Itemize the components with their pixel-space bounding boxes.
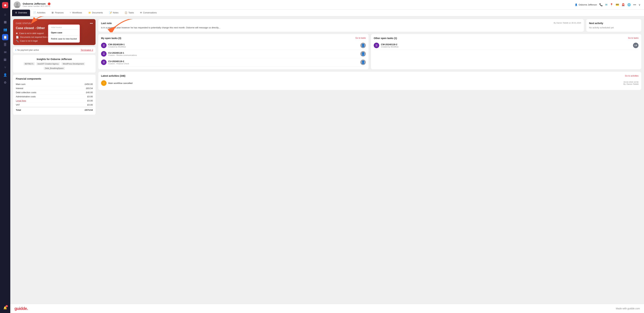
tab-documents[interactable]: 📁 Documents bbox=[85, 10, 106, 16]
next-activity-card: Next activity No activity scheduled yet bbox=[586, 19, 641, 32]
task-id: CW-20240118-2 bbox=[381, 43, 631, 46]
sidebar-item-dashboard[interactable]: ▦ bbox=[2, 19, 8, 25]
sidebar: ◆ ⌂ ▦ 👥 📋 🗄 ✉ 🏛 ⑂ 👤 ⚙ 🔔 5 bbox=[0, 0, 10, 313]
sidebar-item-team[interactable]: 👤 bbox=[2, 72, 8, 78]
tab-overview[interactable]: ⬇ Overview bbox=[12, 10, 30, 16]
financial-value-total: £573.54 bbox=[85, 109, 93, 111]
notes-tab-icon: 📝 bbox=[109, 11, 112, 14]
sidebar-item-settings[interactable]: ⚙ bbox=[2, 80, 8, 86]
task-avatar: 👤 bbox=[360, 60, 366, 65]
activity-icon: ⑂ bbox=[101, 80, 106, 86]
dropdown-item-relink[interactable]: Relink case to new bucket bbox=[48, 36, 80, 42]
other-tasks-card: Other open tasks (1) Go to tasks ☰ CW-20… bbox=[371, 34, 641, 69]
financial-row-total: Total £573.54 bbox=[16, 107, 93, 112]
financial-value: £0.00 bbox=[87, 104, 93, 106]
tab-tasks[interactable]: 📋 Tasks bbox=[122, 10, 137, 16]
sidebar-item-notifications[interactable]: 🔔 5 bbox=[2, 305, 8, 311]
tab-activities-label: Activities bbox=[37, 12, 45, 14]
my-tasks-title: My open tasks (3) bbox=[101, 37, 121, 40]
financial-row-main-sum: Main sum £450.00 bbox=[16, 82, 93, 86]
other-tasks-header: Other open tasks (1) Go to tasks bbox=[374, 37, 638, 40]
financial-label-total: Total bbox=[16, 109, 21, 111]
insights-title: Insights for Osborne Jefferson bbox=[16, 58, 93, 61]
go-to-activities-link[interactable]: Go to activities bbox=[625, 75, 638, 77]
legal-fees-link[interactable]: Legal fees bbox=[16, 99, 26, 102]
financial-label: VAT bbox=[16, 104, 20, 106]
tab-notes-label: Notes bbox=[113, 12, 118, 14]
documents-icon: 📄 bbox=[16, 36, 19, 39]
financial-label: Main sum bbox=[16, 83, 26, 86]
terminated-link[interactable]: Terminated: 2 bbox=[80, 49, 93, 51]
footer: guidde. Made with guidde.com bbox=[10, 304, 644, 313]
top-header: ♂ Osborne Jefferson 🔴 Case owner number:… bbox=[10, 0, 644, 10]
card-icon[interactable]: 💳 bbox=[616, 3, 619, 6]
activity-text: Main workflow cancelled bbox=[108, 82, 132, 84]
sidebar-item-bank[interactable]: 🏛 bbox=[2, 57, 8, 63]
task-icon: ☰ bbox=[101, 51, 106, 57]
sidebar-item-contacts[interactable]: 👥 bbox=[2, 27, 8, 33]
documents-tab-icon: 📁 bbox=[88, 11, 91, 14]
content-area: Case status ••• Case closed - Other ✱ Ca… bbox=[10, 16, 644, 304]
phone-icon[interactable]: 📞 bbox=[599, 3, 603, 6]
financial-row-admin: Administrative costs £0.00 bbox=[16, 95, 93, 99]
task-icon: ☰ bbox=[101, 43, 106, 48]
email-icon[interactable]: ✉ bbox=[605, 3, 608, 6]
sidebar-item-cases[interactable]: 📋 bbox=[2, 34, 8, 40]
tab-notes[interactable]: 📝 Notes bbox=[106, 10, 122, 16]
svg-point-1 bbox=[15, 6, 19, 8]
other-go-to-tasks-link[interactable]: Go to tasks bbox=[628, 37, 638, 39]
go-to-tasks-link[interactable]: Go to tasks bbox=[355, 37, 366, 39]
task-desc: Created by Workflow bbox=[381, 46, 631, 48]
task-id: CW-20240109-1 bbox=[108, 43, 358, 46]
sidebar-item-home[interactable]: ⌂ bbox=[2, 11, 8, 18]
tab-conversations[interactable]: ✉ Conversations bbox=[137, 10, 160, 16]
location-icon[interactable]: 📍 bbox=[610, 3, 613, 6]
more-icon[interactable]: ••• bbox=[633, 3, 636, 6]
tab-finances-label: Finances bbox=[55, 12, 64, 14]
header-right: 👤 Osborne Jefferson 📞 ✉ 📍 💳 🚨 🌐 ••• ∨ bbox=[575, 3, 640, 6]
activity-item: ⑂ Main workflow cancelled 03-02-2024 10:… bbox=[101, 79, 638, 87]
activity-meta: 03-02-2024 10:56 By: Darren Tebbitt bbox=[624, 81, 638, 85]
activities-header: Latest activities (346) Go to activities bbox=[101, 75, 638, 77]
tab-documents-label: Documents bbox=[92, 12, 103, 14]
task-item: ☰ CW-20240109-1 Created by Workflow 👤 bbox=[101, 41, 366, 50]
sidebar-item-workflows[interactable]: ⑂ bbox=[2, 64, 8, 71]
case-status-menu-icon[interactable]: ••• bbox=[90, 22, 93, 25]
case-title-block: Osborne Jefferson 🔴 Case owner number: A… bbox=[23, 2, 573, 7]
sidebar-item-mail[interactable]: ✉ bbox=[2, 49, 8, 55]
svg-text:♂: ♂ bbox=[16, 3, 18, 5]
globe-icon[interactable]: 🌐 bbox=[627, 3, 631, 6]
no-activity-text: No activity scheduled yet bbox=[589, 26, 638, 29]
last-note-meta: By Darren Tebbitt on 30-01-2024 bbox=[554, 22, 581, 24]
main-area: ♂ Osborne Jefferson 🔴 Case owner number:… bbox=[10, 0, 644, 313]
task-id: CU-20240118-1 bbox=[108, 52, 358, 54]
tab-workflows[interactable]: ⑂ Workflows bbox=[67, 10, 85, 16]
case-status-card: Case status ••• Case closed - Other ✱ Ca… bbox=[13, 19, 96, 45]
case-status-label: Case status bbox=[16, 22, 31, 25]
tasks-tab-icon: 📋 bbox=[124, 11, 127, 14]
dropdown-item-open-case[interactable]: Open case bbox=[48, 30, 80, 36]
curved-arrow bbox=[104, 19, 139, 32]
financial-title: Financial components bbox=[16, 77, 93, 80]
insights-card: Insights for Osborne Jefferson BDTBG71 b… bbox=[13, 55, 96, 73]
task-avatar-initials: LR bbox=[633, 43, 638, 48]
footer-logo: guidde. bbox=[14, 306, 28, 311]
task-item: ☰ CW-20240118-2 Created by Workflow LR bbox=[374, 41, 638, 50]
task-desc: Custom - Finance Check bbox=[108, 63, 358, 65]
alert-icon[interactable]: 🚨 bbox=[622, 3, 625, 6]
tab-finances[interactable]: 🏛 Finances bbox=[48, 10, 67, 16]
financial-label: Interest bbox=[16, 87, 23, 90]
financial-label: Debt collection costs bbox=[16, 91, 36, 94]
case-number: Case owner number: ACC-DCI-1 bbox=[23, 5, 573, 7]
edit-icon[interactable]: 🔴 bbox=[48, 3, 50, 5]
financial-row-debt: Debt collection costs £40.00 bbox=[16, 91, 93, 95]
last-note-header: Last note By Darren Tebbitt on 30-01-202… bbox=[101, 22, 581, 25]
tab-activities[interactable]: 📄 Activities bbox=[30, 10, 48, 16]
financial-value: £0.00 bbox=[87, 99, 93, 102]
expand-icon[interactable]: ∨ bbox=[638, 3, 640, 6]
task-desc: Custom - Review communications bbox=[108, 54, 358, 56]
debt-support-icon: ✱ bbox=[16, 32, 18, 35]
notification-badge: 5 bbox=[6, 305, 8, 307]
activity-by: By: Darren Tebbitt bbox=[624, 83, 638, 85]
sidebar-item-database[interactable]: 🗄 bbox=[2, 42, 8, 48]
